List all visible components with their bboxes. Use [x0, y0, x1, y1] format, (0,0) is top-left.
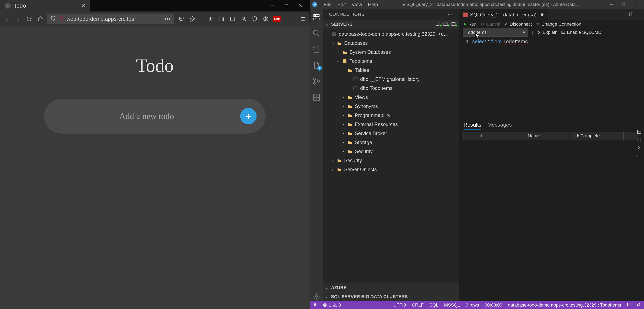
window-close-button[interactable]	[294, 0, 308, 12]
tree-service-broker[interactable]: ›Service Broker	[323, 129, 458, 138]
ads-maximize-button[interactable]	[617, 0, 630, 9]
status-encoding[interactable]: UTF-8	[393, 302, 406, 308]
tree-system-databases[interactable]: ›System Databases	[323, 48, 458, 57]
col-name[interactable]: Name	[525, 132, 574, 140]
tree-external-resources[interactable]: ›External Resources	[323, 120, 458, 129]
new-tab-button[interactable]: ＋	[93, 2, 100, 10]
shield-icon[interactable]	[50, 16, 56, 22]
downloads-icon[interactable]	[206, 15, 214, 23]
col-rownum[interactable]	[464, 132, 476, 140]
status-feedback-icon[interactable]	[627, 302, 631, 308]
activity-connections-icon[interactable]	[312, 12, 322, 22]
abp-extension-icon[interactable]: ABP	[273, 15, 281, 23]
library-icon[interactable]	[218, 15, 226, 23]
new-query-icon[interactable]: +	[451, 21, 457, 27]
col-iscomplete[interactable]: IsComplete	[574, 132, 624, 140]
new-connection-icon[interactable]: +	[435, 21, 441, 27]
status-language[interactable]: SQL	[429, 302, 438, 308]
tree-tables[interactable]: ⌄Tables	[323, 66, 458, 75]
code-editor[interactable]: 1 select * from TodoItems Results Messag…	[458, 38, 644, 301]
tree-todoitems-db[interactable]: ⌄TodoItems	[323, 57, 458, 66]
folder-icon	[337, 167, 342, 172]
status-eol[interactable]: CRLF	[412, 302, 424, 308]
forward-button[interactable]	[14, 15, 22, 23]
disconnect-button[interactable]: Disconnect	[504, 22, 532, 27]
bookmark-star-icon[interactable]	[188, 15, 196, 23]
activity-notebooks-icon[interactable]	[312, 44, 322, 54]
results-grid[interactable]: Id Name IsComplete	[464, 132, 639, 140]
account-icon[interactable]	[240, 15, 248, 23]
ads-minimize-button[interactable]	[605, 0, 617, 9]
status-provider[interactable]: MSSQL	[444, 302, 460, 308]
save-excel-icon[interactable]	[636, 145, 643, 151]
new-group-icon[interactable]: +	[443, 21, 449, 27]
activity-source-control-icon[interactable]	[312, 76, 322, 86]
tree-synonyms[interactable]: ›Synonyms	[323, 102, 458, 111]
remote-indicator[interactable]	[313, 302, 317, 308]
back-button[interactable]	[3, 15, 11, 23]
extension-globe-icon[interactable]	[262, 15, 270, 23]
tree-views[interactable]: ›Views	[323, 93, 458, 102]
tree-db-security[interactable]: ›Security	[323, 147, 458, 156]
database-selector[interactable]: TodoItems▾	[463, 28, 528, 37]
sidebar-icon[interactable]	[228, 15, 237, 23]
run-button[interactable]: Run	[463, 22, 477, 27]
folder-icon	[348, 122, 353, 127]
editor-more-icon[interactable]: ⋯	[638, 13, 641, 17]
home-button[interactable]	[36, 15, 44, 23]
tree-server-objects[interactable]: ›Server Objects	[323, 165, 458, 174]
reload-button[interactable]	[25, 15, 33, 23]
tree-server[interactable]: ⌄database-todo-demo.apps-crc.testing,323…	[323, 30, 458, 39]
bdc-section-header[interactable]: ›SQL SERVER BIG DATA CLUSTERS	[323, 292, 458, 301]
folder-icon	[348, 131, 353, 136]
menu-help[interactable]: Help	[368, 2, 378, 8]
svg-rect-46	[332, 35, 336, 36]
save-json-icon[interactable]	[636, 137, 643, 143]
activity-explorer-icon[interactable]: 1	[312, 60, 322, 70]
status-rows[interactable]: 0 rows	[466, 302, 479, 308]
explain-button[interactable]: Explain	[537, 30, 558, 35]
results-tab[interactable]: Results	[464, 120, 481, 130]
activity-extensions-icon[interactable]	[312, 92, 322, 102]
sidebar-more-icon[interactable]: ⋯	[448, 12, 453, 17]
ads-close-button[interactable]	[630, 0, 642, 9]
url-actions-icon[interactable]: •••	[164, 16, 171, 22]
tree-storage[interactable]: ›Storage	[323, 138, 458, 147]
add-todo-button[interactable]: ＋	[240, 108, 256, 124]
change-connection-button[interactable]: Change Connection	[536, 22, 581, 27]
activity-search-icon[interactable]	[312, 28, 322, 38]
menu-file[interactable]: File	[324, 2, 332, 8]
status-connection[interactable]: database-todo-demo.apps-crc.testing,3232…	[508, 302, 621, 308]
add-todo-input[interactable]	[53, 111, 240, 121]
tree-programmability[interactable]: ›Programmability	[323, 111, 458, 120]
enable-sqlcmd-button[interactable]: Enable SQLCMD	[561, 30, 602, 35]
azure-section-header[interactable]: ›AZURE	[323, 283, 458, 292]
servers-section-header[interactable]: ⌄ SERVERS + + +	[323, 20, 458, 29]
tree-databases[interactable]: ⌄Databases	[323, 39, 458, 48]
chart-icon[interactable]	[636, 152, 643, 159]
save-csv-icon[interactable]	[636, 129, 643, 135]
col-id[interactable]: Id	[476, 132, 525, 140]
browser-tab[interactable]: ✓ Todo ✕	[0, 0, 90, 12]
address-bar[interactable]: web-todo-demo.apps-crc.tes •••	[47, 14, 174, 24]
window-minimize-button[interactable]	[265, 0, 279, 12]
editor-tab[interactable]: SQLQuery_2 - databa...er (sa)	[458, 9, 548, 20]
cancel-button[interactable]: Cancel	[480, 22, 500, 27]
status-problems[interactable]: 1 0	[323, 302, 341, 308]
pocket-icon[interactable]	[177, 15, 186, 23]
menu-edit[interactable]: Edit	[338, 2, 346, 8]
hamburger-menu-icon[interactable]	[298, 15, 307, 23]
status-time[interactable]: 00:00:00	[485, 302, 502, 308]
tree-table-ef[interactable]: ›dbo.__EFMigrationsHistory	[323, 75, 458, 84]
window-maximize-button[interactable]	[279, 0, 294, 12]
split-editor-icon[interactable]	[629, 12, 634, 18]
insecure-lock-icon[interactable]	[59, 16, 64, 22]
messages-tab[interactable]: Messages	[488, 120, 512, 130]
status-bell-icon[interactable]	[636, 302, 641, 308]
tree-table-todoitems[interactable]: ›dbo.TodoItems	[323, 84, 458, 93]
tree-security[interactable]: ›Security	[323, 156, 458, 165]
tab-close-icon[interactable]: ✕	[81, 3, 85, 9]
activity-settings-icon[interactable]	[312, 291, 322, 301]
extension-shield-icon[interactable]	[251, 15, 259, 23]
menu-view[interactable]: View	[352, 2, 362, 8]
